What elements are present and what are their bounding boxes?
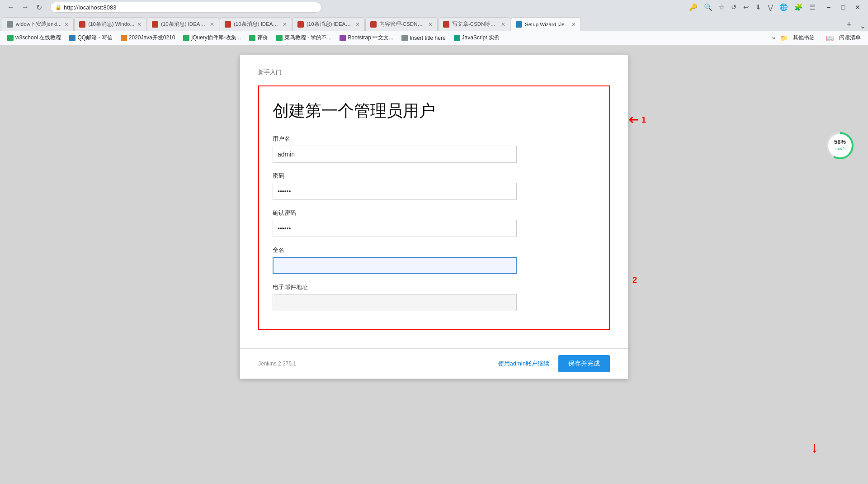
tab-close-2[interactable]: ✕: [210, 21, 214, 28]
tab-close-4[interactable]: ✕: [355, 21, 360, 28]
bookmark-2[interactable]: 2020Java开发0210: [117, 33, 179, 43]
url-text: http://localhost:8083: [64, 4, 116, 11]
close-button[interactable]: ✕: [852, 1, 863, 13]
tab-0[interactable]: widow下安装jenki...✕: [2, 17, 74, 31]
tab-6[interactable]: 写文章-CSDN博客...✕: [438, 17, 510, 31]
tab-label-5: 内容管理-CSDN博客...: [379, 21, 425, 28]
footer-actions: 使用admin账户继续 保存并完成: [498, 355, 610, 372]
forward-button[interactable]: →: [19, 1, 32, 13]
tab-4[interactable]: (10条消息) IDEA安...✕: [292, 17, 365, 31]
tab-close-6[interactable]: ✕: [501, 21, 505, 28]
password-input[interactable]: [273, 183, 517, 200]
tab-close-0[interactable]: ✕: [64, 21, 69, 28]
tab-favicon-1: [79, 21, 85, 28]
form-main-title: 创建第一个管理员用户: [273, 100, 595, 122]
bookmark-favicon-7: [401, 35, 408, 41]
username-input[interactable]: [273, 146, 517, 163]
tab-label-6: 写文章-CSDN博客...: [452, 21, 498, 28]
username-label: 用户名: [273, 135, 595, 143]
bookmark-4[interactable]: 评价: [245, 33, 272, 43]
tab-favicon-5: [370, 21, 377, 28]
star-icon[interactable]: ☆: [717, 2, 726, 13]
bookmark-label-3: jQuery插件库-收集...: [191, 34, 241, 42]
bookmark-favicon-1: [69, 35, 75, 41]
bookmark-favicon-3: [183, 35, 189, 41]
reading-list-link[interactable]: 阅读清单: [835, 33, 864, 43]
save-and-finish-button[interactable]: 保存并完成: [558, 355, 610, 372]
wizard-body: 新手入门 创建第一个管理员用户 用户名 密码: [240, 55, 628, 348]
tab-label-3: (10条消息) IDEA安...: [234, 21, 280, 28]
tab-favicon-3: [225, 21, 231, 28]
history-icon[interactable]: ↩: [742, 2, 750, 13]
annotation-2: 2: [632, 275, 637, 285]
tab-favicon-2: [152, 21, 158, 28]
download-icon[interactable]: ⬇: [754, 2, 763, 13]
key-icon[interactable]: 🔑: [688, 2, 699, 13]
email-input[interactable]: [273, 294, 517, 311]
tab-close-7[interactable]: ✕: [571, 21, 576, 28]
menu-icon[interactable]: ☰: [808, 2, 816, 13]
tab-close-5[interactable]: ✕: [428, 21, 433, 28]
progress-circle-container: 58% ↑ 4K/s: [826, 131, 854, 161]
bookmark-label-4: 评价: [257, 34, 268, 42]
extensions-icon[interactable]: 🧩: [793, 2, 804, 13]
toolbar-icons: 🔑 🔍 ☆ ↺ ↩ ⬇ ⋁ 🌐 🧩 ☰: [688, 2, 816, 13]
tab-close-3[interactable]: ✕: [283, 21, 287, 28]
minimize-button[interactable]: −: [823, 1, 835, 13]
bookmark-8[interactable]: JavaScript 实例: [450, 33, 503, 43]
bookmark-label-2: 2020Java开发0210: [129, 34, 175, 42]
refresh-button[interactable]: ↻: [33, 1, 45, 14]
tab-favicon-0: [7, 21, 13, 28]
annotation-1-arrow: ➔: [628, 113, 639, 128]
bookmark-label-6: Bootstrap 中文文...: [348, 34, 393, 42]
confirm-password-label: 确认密码: [273, 209, 595, 217]
bookmark-7[interactable]: Insert title here: [398, 33, 449, 43]
annotation-1: ➔ 1: [628, 113, 646, 128]
bookmark-5[interactable]: 菜鸟教程 - 学的不...: [273, 33, 335, 43]
tab-overflow-button[interactable]: ⌄: [859, 21, 866, 31]
bookmark-divider: [822, 34, 822, 42]
jenkins-version: Jenkins 2.375.1: [258, 361, 296, 367]
progress-percent-text: 58%: [834, 138, 846, 145]
tab-close-1[interactable]: ✕: [137, 21, 142, 28]
back-button[interactable]: ←: [5, 1, 17, 13]
address-bar[interactable]: 🔒 http://localhost:8083: [50, 2, 321, 13]
more-vertical-icon[interactable]: ⋁: [766, 2, 774, 13]
annotation-2-number: 2: [632, 275, 637, 285]
lock-icon: 🔒: [55, 5, 61, 10]
bookmark-6[interactable]: Bootstrap 中文文...: [336, 33, 397, 43]
bookmark-favicon-4: [249, 35, 255, 41]
confirm-password-input[interactable]: [273, 220, 517, 237]
create-admin-form: 创建第一个管理员用户 用户名 密码 确认密: [258, 85, 610, 330]
reload-icon[interactable]: ↺: [730, 2, 738, 13]
tab-5[interactable]: 内容管理-CSDN博客...✕: [365, 17, 438, 31]
fullname-input[interactable]: [273, 257, 517, 274]
tab-3[interactable]: (10条消息) IDEA安...✕: [220, 17, 292, 31]
title-bar: ← → ↻ 🔒 http://localhost:8083 🔑 🔍 ☆ ↺ ↩ …: [0, 0, 868, 14]
tab-favicon-6: [443, 21, 449, 28]
more-bookmarks-button[interactable]: »: [769, 33, 778, 43]
tab-2[interactable]: (10条消息) IDEA安...✕: [147, 17, 219, 31]
bookmark-1[interactable]: QQ邮箱 - 写信: [66, 33, 116, 43]
username-group: 用户名: [273, 135, 595, 163]
tab-favicon-7: [516, 21, 522, 28]
progress-circle: 58% ↑ 4K/s: [826, 131, 854, 160]
bookmark-favicon-2: [121, 35, 127, 41]
annotation-1-number: 1: [642, 115, 646, 125]
bookmark-3[interactable]: jQuery插件库-收集...: [179, 33, 244, 43]
continue-as-admin-link[interactable]: 使用admin账户继续: [498, 360, 549, 368]
new-tab-button[interactable]: +: [843, 18, 855, 31]
fullname-label: 全名: [273, 246, 595, 254]
tab-1[interactable]: (10条消息) Windo...✕: [74, 17, 146, 31]
tab-label-1: (10条消息) Windo...: [88, 21, 134, 28]
bookmark-0[interactable]: w3school 在线教程: [4, 33, 65, 43]
globe-icon[interactable]: 🌐: [778, 2, 789, 13]
bookmark-label-1: QQ邮箱 - 写信: [77, 34, 112, 42]
password-group: 密码: [273, 172, 595, 200]
wizard-footer: Jenkins 2.375.1 使用admin账户继续 保存并完成: [240, 348, 628, 379]
bookmarks-bar: w3school 在线教程QQ邮箱 - 写信2020Java开发0210jQue…: [0, 31, 868, 45]
other-bookmarks-link[interactable]: 其他书签: [789, 33, 818, 43]
zoom-icon[interactable]: 🔍: [703, 2, 714, 13]
tab-7[interactable]: Setup Wizard [Je...✕: [511, 17, 581, 31]
maximize-button[interactable]: □: [837, 1, 849, 13]
